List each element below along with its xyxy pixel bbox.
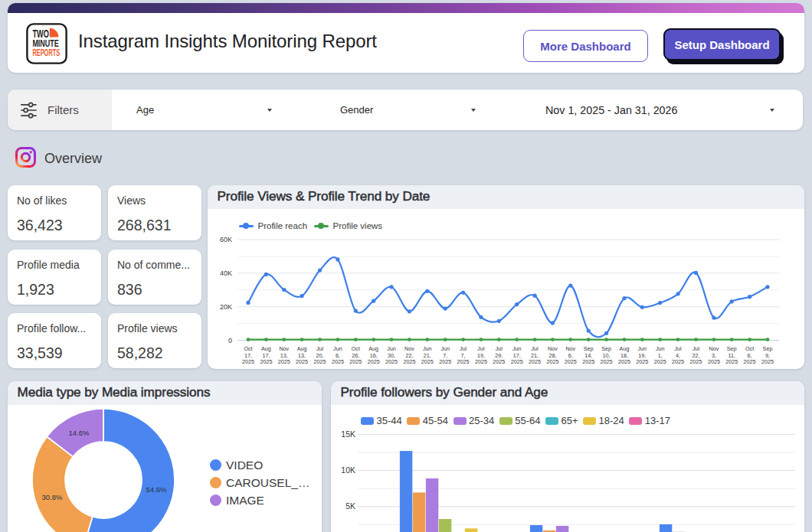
svg-text:Aug17,2025: Aug17,2025 — [260, 345, 272, 365]
svg-text:Nov3,2025: Nov3,2025 — [708, 345, 720, 365]
svg-text:Oct17,2025: Oct17,2025 — [242, 345, 254, 365]
svg-text:Jul20,2025: Jul20,2025 — [314, 345, 326, 365]
svg-text:Jul19,2025: Jul19,2025 — [475, 345, 487, 365]
svg-text:Jun6,2025: Jun6,2025 — [332, 345, 344, 365]
svg-text:Sep11,2025: Sep11,2025 — [725, 345, 738, 365]
svg-text:Aug18,2025: Aug18,2025 — [618, 345, 630, 365]
svg-text:0: 0 — [228, 337, 232, 344]
svg-text:Jun17,2025: Jun17,2025 — [511, 345, 523, 365]
svg-text:15K: 15K — [341, 429, 355, 439]
svg-text:Jul7,2025: Jul7,2025 — [457, 345, 470, 365]
svg-text:Nov28,2025: Nov28,2025 — [546, 345, 558, 365]
svg-text:Jun7,2025: Jun7,2025 — [439, 345, 451, 365]
svg-text:Nov6,2025: Nov6,2025 — [565, 345, 577, 365]
svg-text:Nov13,2025: Nov13,2025 — [278, 345, 290, 365]
svg-text:Aug16,2025: Aug16,2025 — [368, 345, 380, 365]
svg-text:Jul4,2025: Jul4,2025 — [672, 345, 684, 365]
svg-text:Jul22,2025: Jul22,2025 — [690, 345, 702, 365]
svg-text:Oct6,2025: Oct6,2025 — [744, 345, 756, 365]
svg-text:40K: 40K — [220, 269, 232, 277]
svg-text:Jul21,2025: Jul21,2025 — [529, 345, 541, 365]
svg-text:Jun30,2025: Jun30,2025 — [385, 345, 398, 365]
svg-text:60K: 60K — [220, 236, 232, 243]
svg-text:Jul29,2025: Jul29,2025 — [493, 345, 505, 365]
svg-text:Oct26,2025: Oct26,2025 — [349, 345, 362, 365]
svg-text:Sep9,2025: Sep9,2025 — [761, 345, 774, 365]
svg-text:Jun1,2025: Jun1,2025 — [654, 345, 666, 365]
svg-text:5K: 5K — [345, 501, 355, 511]
svg-text:Jun19,2025: Jun19,2025 — [636, 345, 648, 365]
svg-text:Sep10,2025: Sep10,2025 — [601, 345, 613, 365]
svg-text:Jun21,2025: Jun21,2025 — [421, 345, 434, 365]
svg-text:Nov22,2025: Nov22,2025 — [403, 345, 415, 365]
svg-text:10K: 10K — [341, 465, 355, 475]
svg-text:Sep14,2025: Sep14,2025 — [582, 345, 594, 365]
svg-text:Aug13,2025: Aug13,2025 — [296, 345, 308, 365]
svg-text:20K: 20K — [220, 303, 232, 311]
